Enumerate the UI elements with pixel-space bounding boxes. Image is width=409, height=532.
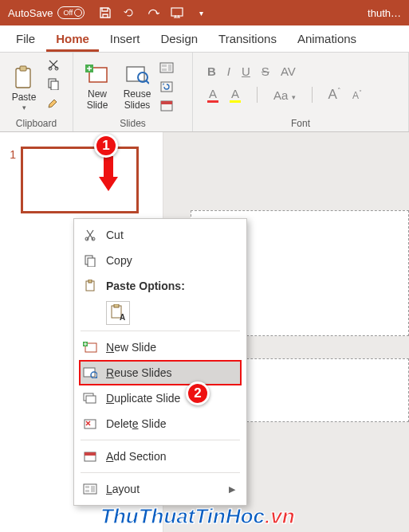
reset-icon[interactable] (158, 78, 175, 96)
new-slide-button[interactable]: New Slide (78, 56, 116, 113)
menu-delete-slide[interactable]: Delete Slide (74, 411, 246, 436)
delete-icon (82, 416, 98, 432)
menu-layout[interactable]: Layout ▶ (74, 476, 246, 502)
tab-insert[interactable]: Insert (100, 27, 150, 52)
menu-reuse-slides[interactable]: Reuse Slides (79, 360, 242, 385)
menu-delete-label: Delete Slide (106, 417, 235, 430)
underline-button[interactable]: U (242, 65, 250, 78)
format-painter-icon[interactable] (45, 94, 62, 111)
highlight-button[interactable]: A (230, 87, 241, 103)
slide-thumbnail[interactable] (21, 147, 139, 213)
grow-font-button[interactable]: A˄ (328, 87, 341, 103)
divider (257, 87, 258, 103)
divider (312, 87, 313, 103)
group-slides: New Slide Reuse Slides Slides (73, 53, 193, 131)
cut-icon[interactable] (45, 56, 62, 73)
redo-icon[interactable] (147, 6, 159, 19)
shrink-font-button[interactable]: A˅ (352, 89, 362, 101)
font-group-label: Font (198, 116, 403, 129)
menu-duplicate-label: Duplicate Slide (106, 392, 235, 405)
save-icon[interactable] (99, 6, 112, 19)
italic-button[interactable]: I (227, 65, 230, 78)
svg-rect-13 (162, 68, 167, 71)
svg-rect-0 (171, 8, 183, 16)
svg-rect-25 (114, 304, 119, 307)
autosave-label: AutoSave (8, 7, 53, 19)
ribbon: Paste ▾ Clipboard (0, 53, 409, 132)
svg-rect-17 (161, 101, 172, 104)
menu-separator (81, 472, 240, 473)
paste-keep-formatting[interactable]: A (106, 301, 130, 325)
menu-duplicate-slide[interactable]: Duplicate Slide (74, 385, 246, 411)
copy-icon[interactable] (45, 75, 62, 92)
svg-rect-23 (88, 280, 92, 283)
bold-button[interactable]: B (207, 65, 216, 78)
menu-separator (81, 440, 240, 440)
reuse-slides-label: Reuse Slides (124, 89, 151, 111)
paste-label: Paste (12, 92, 37, 104)
reuse-slides-button[interactable]: Reuse Slides (118, 56, 156, 113)
autosave-state: Off (64, 10, 73, 17)
strike-button[interactable]: S (262, 65, 269, 78)
slideshow-icon[interactable] (171, 6, 183, 19)
layout-icon[interactable] (158, 59, 175, 76)
callout-1: 1 (94, 134, 118, 158)
duplicate-icon (82, 390, 98, 406)
layout-icon (82, 481, 98, 497)
svg-rect-35 (85, 452, 96, 456)
menu-copy[interactable]: Copy (74, 248, 246, 273)
paste-button[interactable]: Paste ▾ (5, 56, 43, 113)
chevron-right-icon: ▶ (229, 484, 235, 495)
menu-add-section-label: Add Section (106, 450, 235, 463)
tab-design[interactable]: Design (151, 27, 207, 52)
svg-rect-14 (168, 65, 171, 71)
svg-rect-15 (161, 82, 172, 92)
clipboard-icon (11, 65, 37, 91)
toggle-switch[interactable]: Off (57, 6, 85, 19)
ribbon-tabs: File Home Insert Design Transitions Anim… (0, 25, 409, 53)
reuse-slides-icon (82, 365, 98, 381)
tab-transitions[interactable]: Transitions (209, 27, 286, 52)
watermark-main: ThuThuatTinHoc (100, 504, 265, 528)
font-color-button[interactable]: A (207, 87, 218, 103)
slide-thumb-1[interactable]: 1 (6, 147, 156, 213)
quick-access-toolbar: ▾ (99, 6, 207, 19)
menu-reuse-slides-label: Reuse Slides (106, 366, 235, 379)
watermark-tld: .vn (265, 504, 295, 528)
tab-file[interactable]: File (6, 27, 45, 52)
group-font: B I U S AV A A Aa ▾ A˄ A˅ Font (193, 53, 409, 131)
svg-rect-21 (88, 258, 95, 267)
svg-rect-39 (91, 486, 95, 492)
paste-icon (82, 278, 98, 294)
menu-new-slide[interactable]: New Slide (74, 334, 246, 360)
tab-animations[interactable]: Animations (288, 27, 366, 52)
text-shadow-button[interactable]: AV (281, 65, 296, 78)
undo-icon[interactable] (123, 6, 136, 19)
paste-option-row: A (74, 299, 246, 327)
new-slide-icon (85, 62, 110, 88)
svg-rect-6 (51, 81, 58, 90)
qat-more-icon[interactable]: ▾ (195, 6, 207, 19)
section-icon (82, 448, 98, 464)
autosave-toggle[interactable]: AutoSave Off (8, 6, 85, 19)
menu-paste-options-header: Paste Options: (74, 273, 246, 299)
svg-rect-12 (162, 65, 167, 67)
new-slide-label: New Slide (87, 89, 108, 111)
svg-rect-33 (85, 420, 96, 428)
change-case-button[interactable]: Aa ▾ (273, 88, 296, 102)
svg-rect-32 (86, 396, 96, 403)
title-bar: AutoSave Off ▾ thuth… (0, 0, 409, 25)
menu-separator (81, 331, 240, 331)
reuse-slides-icon (124, 62, 150, 88)
menu-cut[interactable]: Cut (74, 222, 246, 248)
cut-icon (82, 227, 98, 243)
svg-rect-2 (20, 66, 26, 71)
new-slide-icon (82, 339, 98, 355)
copy-icon (82, 252, 98, 268)
arrow-down-icon (97, 156, 120, 193)
tab-home[interactable]: Home (46, 27, 99, 52)
slides-group-label: Slides (78, 116, 187, 129)
menu-layout-label: Layout (106, 483, 221, 495)
section-icon[interactable] (158, 97, 175, 115)
menu-add-section[interactable]: Add Section (74, 444, 246, 469)
